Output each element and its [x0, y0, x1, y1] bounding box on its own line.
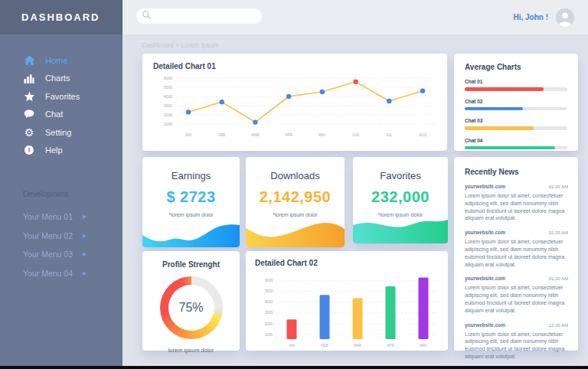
- progress-row: Chat 02: [465, 99, 567, 111]
- news-body: Lorem ipsum dolor sit amet, consectetuer…: [465, 331, 568, 361]
- svg-text:1000: 1000: [265, 333, 273, 337]
- home-icon: [23, 54, 35, 66]
- news-time: 11:20 AM: [549, 323, 568, 328]
- svg-text:6000: 6000: [265, 279, 273, 282]
- bar-chart: 600050004000300020001000JANFEBMARAPRMAY: [255, 267, 443, 350]
- downloads-card: Downloads 2,142,950 *lorem ipsum dolor: [246, 157, 345, 247]
- donut-value: 75%: [160, 276, 223, 339]
- news-item[interactable]: yourwebsite.com01:20 AMLorem ipsum dolor…: [465, 230, 568, 268]
- svg-text:APR: APR: [387, 344, 394, 348]
- sidebar-item-label: Favorites: [45, 92, 80, 101]
- sidebar-item-help[interactable]: ! Help: [0, 142, 122, 160]
- svg-text:AUG: AUG: [419, 133, 426, 137]
- news-body: Lorem ipsum dolor sit amet, consectetuer…: [465, 192, 568, 222]
- svg-text:2000: 2000: [265, 322, 273, 326]
- donut-chart: 75%: [160, 276, 223, 339]
- chevron-right-icon: ▶: [83, 214, 87, 220]
- panel-title: Recently News: [465, 168, 568, 176]
- sidebar-header: DASHBOARD: [0, 0, 122, 34]
- sidebar-item-setting[interactable]: ⚙ Setting: [0, 123, 122, 142]
- svg-text:4000: 4000: [164, 94, 172, 99]
- news-item[interactable]: yourwebsite.com01:20 AMLorem ipsum dolor…: [465, 184, 568, 222]
- user-avatar[interactable]: [556, 8, 574, 27]
- svg-text:1000: 1000: [164, 122, 172, 126]
- earnings-sparkline: [142, 217, 240, 247]
- bar-chart-icon: [23, 73, 35, 84]
- sidebar-item-your-menu-04[interactable]: Your Menu 04 ▶: [0, 264, 122, 283]
- favorites-sparkline: [353, 213, 448, 243]
- app-title: DASHBOARD: [21, 11, 100, 23]
- sidebar-item-label: Charts: [45, 73, 70, 83]
- sidebar-item-label: Setting: [45, 128, 71, 137]
- sidebar-item-label: Home: [45, 56, 67, 65]
- recently-news-card: Recently News yourwebsite.com01:20 AMLor…: [454, 157, 578, 351]
- panel-title: Profile Strenght: [142, 260, 240, 269]
- donut-caption: lorem ipsum dolor: [142, 347, 240, 354]
- downloads-sparkline: [246, 217, 345, 247]
- sidebar-dev-section: Development Your Menu 01 ▶ Your Menu 02 …: [0, 190, 122, 282]
- chevron-right-icon: ▶: [83, 270, 87, 276]
- news-source[interactable]: yourwebsite.com: [465, 276, 505, 281]
- sidebar-item-home[interactable]: Home: [0, 51, 122, 70]
- breadcrumb: Dashboard > Lorem Ipsum: [142, 41, 219, 49]
- svg-text:FEB: FEB: [218, 133, 225, 137]
- svg-text:JAN: JAN: [185, 133, 192, 137]
- svg-text:5000: 5000: [164, 85, 172, 90]
- svg-text:MAR: MAR: [354, 344, 362, 348]
- help-icon: !: [23, 145, 35, 156]
- detailed-chart-01-card: Detailed Chart 01 6000500040003000200010…: [142, 54, 447, 151]
- news-list: yourwebsite.com01:20 AMLorem ipsum dolor…: [465, 184, 568, 361]
- svg-text:JUN: JUN: [352, 133, 359, 137]
- sidebar-item-label: Help: [45, 145, 63, 155]
- svg-text:3000: 3000: [265, 311, 273, 315]
- detailed-chart-02-card: Detailed Chart 02 6000500040003000200010…: [246, 251, 448, 351]
- chevron-right-icon: ▶: [83, 233, 87, 239]
- earnings-card: Earnings $ 2723 *lorem ipsum dolor: [142, 157, 240, 247]
- news-source[interactable]: yourwebsite.com: [465, 184, 505, 189]
- favorites-card: Favorites 232,000 *lorem ipsum dolor: [353, 157, 448, 243]
- news-time: 01:20 AM: [549, 276, 568, 281]
- svg-text:6000: 6000: [164, 76, 172, 80]
- news-time: 01:20 AM: [549, 184, 568, 189]
- sidebar-item-your-menu-02[interactable]: Your Menu 02 ▶: [0, 227, 122, 246]
- stat-title: Earnings: [142, 170, 240, 181]
- line-chart: 600050004000300020001000JANFEBMARAPRMAYJ…: [153, 70, 441, 145]
- bottom-edge-strip: [0, 366, 588, 369]
- sidebar-item-label: Chat: [45, 109, 63, 119]
- news-body: Lorem ipsum dolor sit amet, consectetuer…: [465, 284, 568, 314]
- progress-row: Chat 03: [465, 118, 567, 130]
- progress-bar-list: Chat 01Chat 02Chat 03Chat 04: [465, 79, 567, 149]
- sidebar-item-chat[interactable]: Chat: [0, 106, 122, 124]
- panel-title: Average Charts: [465, 63, 567, 71]
- dashboard-app: DASHBOARD Home Charts Favorites: [0, 0, 588, 369]
- main-content: Dashboard > Lorem Ipsum Detailed Chart 0…: [122, 34, 588, 369]
- profile-strength-card: Profile Strenght 75% lorem ipsum dolor: [142, 251, 240, 351]
- sidebar-item-your-menu-01[interactable]: Your Menu 01 ▶: [0, 207, 122, 227]
- stat-value: 232,000: [353, 188, 448, 206]
- sidebar-item-charts[interactable]: Charts: [0, 70, 122, 88]
- average-charts-card: Average Charts Chat 01Chat 02Chat 03Chat…: [454, 54, 578, 151]
- svg-text:3000: 3000: [164, 103, 172, 108]
- news-source[interactable]: yourwebsite.com: [465, 322, 505, 328]
- stat-value: $ 2723: [142, 188, 240, 206]
- svg-text:MAY: MAY: [318, 133, 326, 137]
- svg-text:APR: APR: [285, 133, 292, 137]
- news-item[interactable]: yourwebsite.com11:20 AMLorem ipsum dolor…: [465, 322, 568, 361]
- svg-text:FEB: FEB: [322, 344, 328, 348]
- gear-icon: ⚙: [23, 126, 35, 138]
- search-input[interactable]: [155, 12, 255, 20]
- stat-value: 2,142,950: [246, 188, 345, 206]
- svg-text:4000: 4000: [265, 300, 273, 304]
- svg-text:JUL: JUL: [386, 133, 393, 137]
- chart-title: Detailed Chart 01: [153, 62, 441, 70]
- chevron-right-icon: ▶: [83, 251, 87, 257]
- sidebar-item-favorites[interactable]: Favorites: [0, 87, 122, 106]
- topbar: Hi, John !: [122, 0, 588, 34]
- news-item[interactable]: yourwebsite.com01:20 AMLorem ipsum dolor…: [465, 276, 568, 314]
- search-icon: [142, 9, 152, 23]
- svg-text:MAY: MAY: [420, 344, 427, 348]
- search-bar[interactable]: [136, 8, 262, 24]
- news-source[interactable]: yourwebsite.com: [465, 230, 505, 235]
- sidebar-item-your-menu-03[interactable]: Your Menu 03 ▶: [0, 245, 122, 264]
- news-time: 01:20 AM: [549, 230, 568, 235]
